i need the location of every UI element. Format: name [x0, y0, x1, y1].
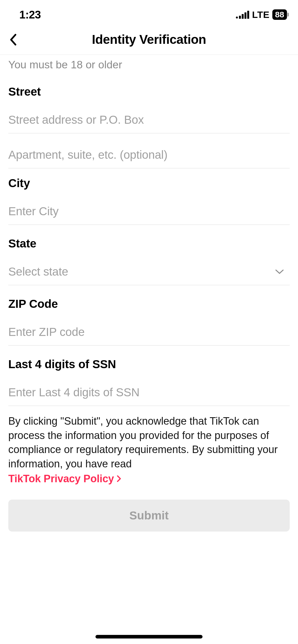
network-type: LTE	[252, 9, 269, 20]
zip-placeholder: Enter ZIP code	[8, 325, 290, 339]
city-input[interactable]: Enter City	[8, 190, 290, 225]
age-notice: You must be 18 or older	[8, 55, 290, 85]
city-field-group: City Enter City	[8, 177, 290, 225]
chevron-right-icon	[117, 475, 121, 482]
privacy-policy-label: TikTok Privacy Policy	[8, 473, 114, 485]
street-address-placeholder: Street address or P.O. Box	[8, 113, 290, 126]
battery-indicator: 88	[272, 9, 287, 20]
apartment-input[interactable]: Apartment, suite, etc. (optional)	[8, 133, 290, 168]
disclosure-text: By clicking "Submit", you acknowledge th…	[8, 406, 290, 471]
street-field-group: Street Street address or P.O. Box Apartm…	[8, 85, 290, 168]
zip-field-group: ZIP Code Enter ZIP code	[8, 297, 290, 346]
submit-button[interactable]: Submit	[8, 500, 290, 532]
chevron-down-icon	[275, 269, 284, 274]
zip-label: ZIP Code	[8, 297, 290, 311]
form-content: You must be 18 or older Street Street ad…	[0, 55, 298, 532]
home-indicator[interactable]	[95, 635, 203, 638]
state-field-group: State Select state	[8, 237, 290, 285]
street-address-input[interactable]: Street address or P.O. Box	[8, 98, 290, 133]
street-label: Street	[8, 85, 290, 98]
state-select[interactable]: Select state	[8, 250, 290, 285]
apartment-placeholder: Apartment, suite, etc. (optional)	[8, 148, 290, 161]
state-label: State	[8, 237, 290, 250]
back-button[interactable]	[6, 33, 20, 47]
ssn-input[interactable]: Enter Last 4 digits of SSN	[8, 371, 290, 406]
ssn-label: Last 4 digits of SSN	[8, 358, 290, 371]
status-time: 1:23	[19, 9, 41, 21]
header: Identity Verification	[0, 28, 298, 55]
ssn-field-group: Last 4 digits of SSN Enter Last 4 digits…	[8, 358, 290, 406]
page-title: Identity Verification	[8, 32, 290, 47]
cellular-signal-icon	[236, 11, 249, 19]
chevron-left-icon	[9, 34, 17, 46]
status-indicators: LTE 88	[236, 9, 287, 20]
zip-input[interactable]: Enter ZIP code	[8, 311, 290, 346]
state-placeholder: Select state	[8, 265, 68, 278]
city-label: City	[8, 177, 290, 190]
city-placeholder: Enter City	[8, 205, 290, 218]
ssn-placeholder: Enter Last 4 digits of SSN	[8, 386, 290, 399]
privacy-policy-link[interactable]: TikTok Privacy Policy	[8, 473, 121, 485]
status-bar: 1:23 LTE 88	[0, 0, 298, 28]
